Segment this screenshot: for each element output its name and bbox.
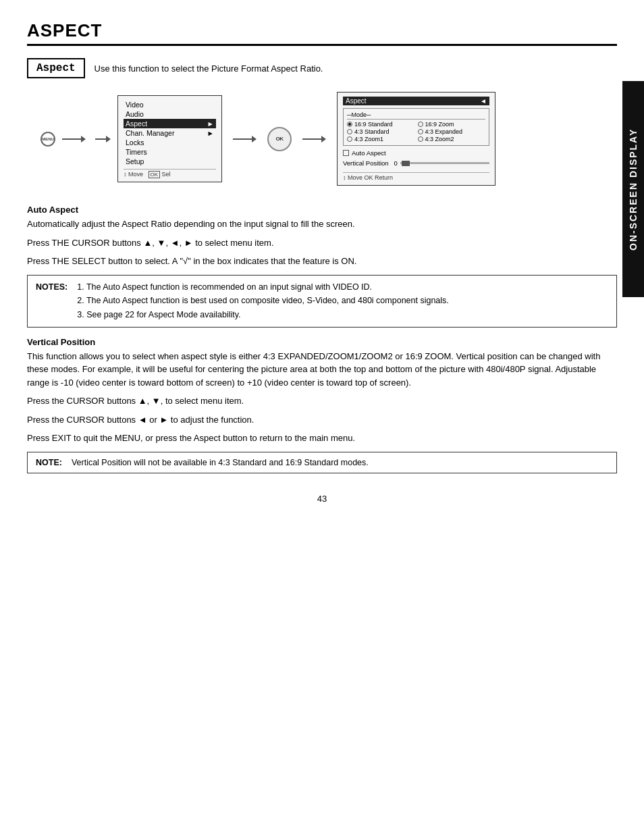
aspect-label-box: Aspect [27, 58, 85, 78]
mode-16-9-zoom: 16:9 Zoom [418, 121, 486, 128]
menu-circle-icon: MENU [41, 132, 55, 147]
mode-options-grid: 16:9 Standard 16:9 Zoom 4:3 Standard 4:3… [347, 121, 485, 142]
vertical-position-slider [400, 162, 489, 164]
description-text: Use this function to select the Picture … [95, 63, 323, 74]
menu-item-video: Video [124, 100, 216, 109]
menu-item-setup: Setup [124, 157, 216, 166]
radio-4-3-expanded [418, 129, 423, 134]
slider-thumb [402, 161, 410, 166]
arrow-group-4 [302, 136, 326, 142]
notes-row: NOTES: 1. The Auto Aspect function is re… [36, 281, 608, 321]
mode-4-3-zoom2: 4:3 Zoom2 [418, 136, 486, 142]
arrow-line-1 [62, 138, 81, 140]
mode-16-9-standard: 16:9 Standard [347, 121, 415, 128]
arrow-group-2 [95, 136, 111, 142]
vertical-position-heading: Vertical Position [27, 337, 617, 347]
note-row: NOTE: Vertical Position will not be avai… [36, 458, 608, 467]
menu-item-timers: Timers [124, 147, 216, 157]
vertical-position-section: Vertical Position This function allows y… [27, 337, 617, 390]
page-number: 43 [27, 494, 617, 504]
menu-label: MENU [42, 137, 54, 141]
aspect-screen-title-text: Aspect [346, 97, 367, 105]
radio-16-9-zoom [418, 122, 423, 127]
arrow-line-3 [233, 138, 252, 140]
page-title: ASPECT [27, 20, 617, 41]
notes-box: NOTES: 1. The Auto Aspect function is re… [27, 275, 617, 328]
aspect-screen-title-bar: Aspect ◄ [343, 97, 489, 105]
note-box: NOTE: Vertical Position will not be avai… [27, 452, 617, 473]
ok-label: OK [276, 136, 284, 142]
auto-aspect-section: Auto Aspect Automatically adjust the Asp… [27, 205, 617, 231]
auto-aspect-row: Auto Aspect [343, 149, 489, 157]
note-text: Vertical Position will not be available … [72, 458, 369, 467]
menu-item-chan-manager: Chan. Manager► [124, 128, 216, 138]
arrow-group-3 [233, 136, 257, 142]
side-label: ON-SCREEN DISPLAY [622, 81, 644, 297]
auto-aspect-desc: Automatically adjust the Aspect Ratio de… [27, 217, 617, 231]
arrow-line-4 [302, 138, 321, 140]
menu-item-locks: Locks [124, 138, 216, 147]
aspect-mode-box: ─Mode─ 16:9 Standard 16:9 Zoom 4:3 Stand… [343, 108, 489, 146]
aspect-bottom-hint: ↕ Move OK Return [343, 172, 489, 181]
radio-4-3-zoom1 [347, 136, 352, 142]
diagram-row: MENU Video Audio Aspect► Chan. Manager► … [41, 92, 617, 186]
notes-content: 1. The Auto Aspect function is recommend… [77, 281, 449, 321]
cursor-instruction-1: Press THE CURSOR buttons ▲, ▼, ◄, ► to s… [27, 236, 617, 250]
arrowhead-4 [321, 136, 326, 142]
arrow-group-1 [62, 136, 86, 142]
title-section: ASPECT [27, 20, 617, 46]
arrowhead-3 [252, 136, 257, 142]
menu-item-audio: Audio [124, 109, 216, 119]
auto-aspect-checkbox [343, 150, 349, 156]
menu-item-aspect: Aspect► [124, 119, 216, 128]
aspect-screen-indicator: ◄ [480, 97, 487, 105]
notes-header: NOTES: [36, 281, 68, 294]
menu-icon-group: MENU [41, 132, 55, 147]
arrow-line-2 [95, 138, 106, 140]
auto-aspect-label: Auto Aspect [352, 149, 386, 157]
vp-instruction-3: Press EXIT to quit the MENU, or press th… [27, 432, 617, 445]
radio-4-3-zoom2 [418, 136, 423, 142]
cursor-instruction-2: Press THE SELECT button to select. A "√"… [27, 255, 617, 268]
vertical-position-row: Vertical Position 0 [343, 159, 489, 167]
vertical-position-label: Vertical Position [343, 159, 389, 167]
note-2: 2. The Auto Aspect function is best used… [77, 294, 449, 307]
radio-16-9-standard [347, 122, 352, 127]
mode-4-3-expanded: 4:3 Expanded [418, 128, 486, 135]
aspect-mode-title: ─Mode─ [347, 111, 485, 120]
auto-aspect-heading: Auto Aspect [27, 205, 617, 215]
note-1: 1. The Auto Aspect function is recommend… [77, 281, 449, 294]
menu-hint: ↕ Move OK Sel [124, 169, 216, 178]
description-row: Aspect Use this function to select the P… [27, 58, 617, 78]
arrowhead-2 [106, 136, 111, 142]
arrowhead-1 [81, 136, 86, 142]
mode-4-3-zoom1: 4:3 Zoom1 [347, 136, 415, 142]
note-3: 3. See page 22 for Aspect Mode availabil… [77, 309, 449, 321]
ok-button-icon: OK [267, 127, 292, 151]
menu-screen: Video Audio Aspect► Chan. Manager► Locks… [117, 95, 222, 182]
vertical-position-desc: This function allows you to select when … [27, 350, 617, 390]
note-header: NOTE: [36, 458, 62, 467]
vp-instruction-2: Press the CURSOR buttons ◄ or ► to adjus… [27, 413, 617, 427]
mode-4-3-standard: 4:3 Standard [347, 128, 415, 135]
aspect-screen: Aspect ◄ ─Mode─ 16:9 Standard 16:9 Zoom [337, 92, 495, 186]
radio-4-3-standard [347, 129, 352, 134]
vertical-position-value: 0 [394, 159, 398, 167]
vp-instruction-1: Press the CURSOR buttons ▲, ▼, to select… [27, 394, 617, 408]
